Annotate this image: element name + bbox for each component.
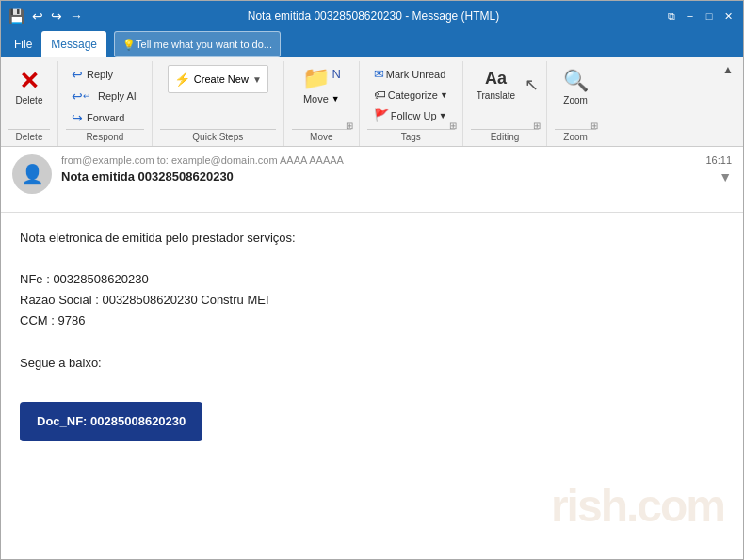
reply-all-label: Reply All	[98, 90, 138, 102]
move-folder-icon: 📁	[302, 65, 331, 91]
body-line7: Segue a baixo:	[20, 353, 724, 374]
maximize-button[interactable]: □	[702, 8, 717, 24]
expand-email-icon[interactable]: ▼	[719, 169, 732, 184]
ribbon-group-tags: ✉ Mark Unread 🏷 Categorize ▼ 🚩 Follow Up…	[360, 61, 463, 146]
restore-window-icon[interactable]: ⧉	[664, 8, 679, 24]
quick-steps-expand-icon[interactable]: ▼	[252, 74, 262, 85]
body-line1: Nota eletronica de emitida pelo prestado…	[20, 228, 724, 248]
ribbon-group-delete: ✕ Delete Delete	[1, 61, 58, 146]
mark-unread-button[interactable]: ✉ Mark Unread	[370, 65, 452, 83]
editing-expand-icon[interactable]: ⊞	[533, 120, 541, 131]
menu-file[interactable]: File	[5, 31, 41, 57]
email-from: from@example.com to: example@domain.com …	[61, 154, 696, 166]
move-label[interactable]: Move	[303, 93, 329, 104]
translate-icon: Aa	[485, 69, 507, 88]
follow-up-dropdown-icon[interactable]: ▼	[439, 111, 447, 120]
delete-group-label: Delete	[8, 129, 50, 142]
body-line4: Razão Social : 00328508620230 Constru ME…	[20, 290, 724, 311]
arrow-icon[interactable]: →	[70, 8, 83, 24]
menubar: File Message 💡 Tell me what you want to …	[1, 31, 743, 57]
respond-group-buttons: ↩ Reply ↩ ↩ Reply All ↪ Forward	[66, 65, 144, 127]
save-icon[interactable]: 💾	[8, 8, 24, 24]
body-line5: CCM : 9786	[20, 311, 724, 331]
delete-group-buttons: ✕ Delete	[8, 65, 50, 127]
editing-group-label: Editing	[471, 129, 539, 142]
create-new-icon: ⚡	[174, 72, 190, 87]
ribbon-group-move: 📁 N Move ▼ Move ⊞	[284, 61, 360, 146]
translate-label: Translate	[477, 90, 515, 101]
close-button[interactable]: ✕	[720, 8, 736, 24]
move-label-row: Move ▼	[303, 93, 340, 104]
email-time: 16:11	[705, 154, 732, 166]
onenote-icon: N	[332, 67, 341, 81]
doc-button[interactable]: Doc_NF: 00285008620230	[20, 402, 202, 441]
reply-all-icon: ↩	[72, 88, 83, 104]
zoom-icon: 🔍	[563, 69, 589, 93]
create-new-label: Create New	[194, 73, 249, 85]
undo-icon[interactable]: ↩	[32, 8, 43, 24]
email-body: Nota eletronica de emitida pelo prestado…	[1, 213, 743, 560]
minimize-button[interactable]: −	[683, 8, 698, 24]
reply-all-button[interactable]: ↩ ↩ Reply All	[66, 87, 144, 105]
email-subject: Nota emitida 00328508620230	[61, 169, 696, 184]
ribbon-group-quick-steps: ⚡ Create New ▼ Quick Steps	[153, 61, 284, 146]
quick-steps-box[interactable]: ⚡ Create New ▼	[168, 65, 268, 93]
translate-button[interactable]: Aa Translate	[471, 65, 521, 104]
tell-me-search[interactable]: 💡 Tell me what you want to do...	[114, 31, 281, 57]
reply-label: Reply	[87, 69, 113, 80]
email-meta: from@example.com to: example@domain.com …	[61, 154, 696, 184]
reply-button[interactable]: ↩ Reply	[66, 65, 144, 84]
categorize-icon: 🏷	[374, 88, 386, 102]
zoom-button[interactable]: 🔍 Zoom	[555, 65, 596, 109]
avatar-icon: 👤	[21, 163, 44, 185]
follow-up-icon: 🚩	[374, 108, 389, 122]
editing-group-buttons: Aa Translate ↖	[471, 65, 539, 127]
email-header-right: 16:11 ▼	[705, 154, 732, 184]
move-dropdown-icon[interactable]: ▼	[332, 94, 340, 104]
ribbon-collapse-icon[interactable]: ▲	[722, 63, 734, 76]
quick-steps-buttons: ⚡ Create New ▼	[168, 65, 268, 127]
follow-up-button[interactable]: 🚩 Follow Up ▼	[370, 106, 452, 124]
cursor-icons: ↖	[525, 74, 539, 95]
window-controls: ⧉ − □ ✕	[664, 8, 736, 24]
cursor-icon: ↖	[525, 74, 539, 95]
follow-up-label: Follow Up	[391, 110, 437, 121]
window-title: Nota emitida 00328508620230 - Message (H…	[83, 9, 664, 23]
move-group-buttons: 📁 N Move ▼	[302, 65, 341, 127]
menu-message[interactable]: Message	[41, 31, 106, 57]
translate-row: Aa Translate ↖	[471, 65, 539, 104]
respond-group-label: Respond	[66, 129, 144, 142]
reply-all-extra-icon: ↩	[83, 91, 90, 101]
reply-icon: ↩	[72, 67, 83, 82]
ribbon: ✕ Delete Delete ↩ Reply ↩ ↩ Reply All ↪	[1, 57, 743, 147]
forward-label: Forward	[87, 112, 124, 123]
delete-icon: ✕	[19, 69, 40, 93]
zoom-expand-icon[interactable]: ⊞	[590, 120, 598, 131]
move-group-label: Move	[292, 129, 351, 142]
move-expand-icon[interactable]: ⊞	[346, 120, 353, 131]
delete-button[interactable]: ✕ Delete	[8, 65, 50, 109]
mark-unread-label: Mark Unread	[386, 69, 446, 80]
tags-col: ✉ Mark Unread 🏷 Categorize ▼ 🚩 Follow Up…	[370, 65, 452, 124]
lightbulb-icon: 💡	[122, 39, 136, 51]
quick-steps-group-label: Quick Steps	[160, 129, 276, 142]
tell-me-text: Tell me what you want to do...	[136, 39, 272, 50]
zoom-label: Zoom	[563, 95, 588, 105]
categorize-button[interactable]: 🏷 Categorize ▼	[370, 86, 452, 104]
categorize-dropdown-icon[interactable]: ▼	[440, 90, 448, 100]
move-icons-row: 📁 N	[302, 65, 341, 91]
email-header: 👤 from@example.com to: example@domain.co…	[1, 147, 743, 213]
delete-label: Delete	[16, 95, 43, 105]
forward-button[interactable]: ↪ Forward	[66, 108, 144, 127]
titlebar: 💾 ↩ ↪ → Nota emitida 00328508620230 - Me…	[1, 1, 743, 31]
ribbon-group-respond: ↩ Reply ↩ ↩ Reply All ↪ Forward Respond	[58, 61, 153, 146]
tags-group-label: Tags	[367, 129, 455, 142]
editing-col: Aa Translate ↖	[471, 65, 539, 104]
sender-avatar: 👤	[12, 154, 52, 194]
zoom-group-label: Zoom	[555, 129, 596, 142]
zoom-group-buttons: 🔍 Zoom	[555, 65, 596, 127]
content-area: 👤 from@example.com to: example@domain.co…	[1, 147, 743, 560]
respond-col: ↩ Reply ↩ ↩ Reply All ↪ Forward	[66, 65, 144, 127]
tags-expand-icon[interactable]: ⊞	[449, 120, 457, 131]
redo-icon[interactable]: ↪	[51, 8, 62, 24]
